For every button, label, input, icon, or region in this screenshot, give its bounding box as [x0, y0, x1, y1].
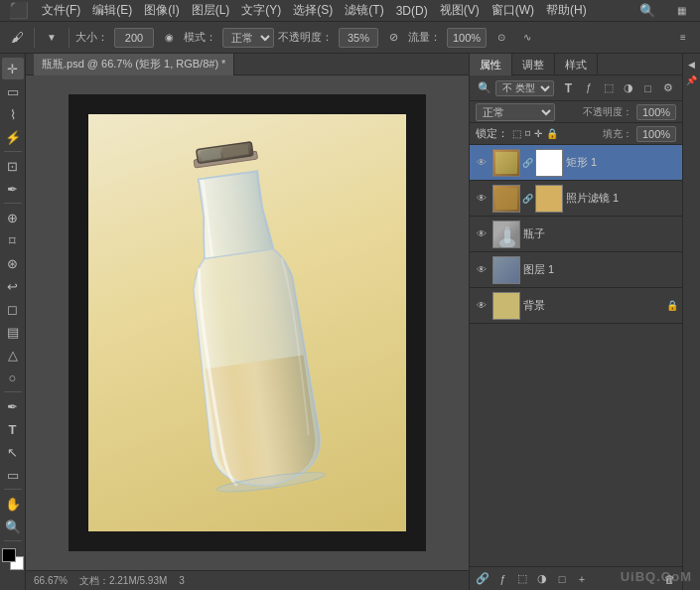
panel-settings-icon[interactable]: ⚙	[659, 79, 676, 97]
extra-settings-icon[interactable]: ≡	[672, 27, 694, 49]
separator-2	[69, 28, 70, 48]
zoom-tool[interactable]: 🔍	[2, 516, 24, 537]
layer-item-3[interactable]: 👁 图层 1	[470, 252, 682, 288]
layer-item-0[interactable]: 👁 🔗 矩形 1	[470, 145, 682, 181]
lock-all-icon[interactable]: 🔒	[546, 128, 558, 139]
brush-size-input[interactable]	[114, 28, 154, 48]
menu-text[interactable]: 文字(Y)	[241, 2, 281, 19]
add-link-btn[interactable]: 🔗	[474, 570, 491, 588]
menu-image[interactable]: 图像(I)	[144, 2, 179, 19]
menu-filter[interactable]: 滤镜(T)	[345, 2, 383, 19]
eraser-tool[interactable]: ◻	[2, 298, 24, 320]
tool-sep-1	[4, 151, 22, 152]
separator-1	[34, 28, 35, 48]
opacity-value-input[interactable]	[636, 104, 676, 120]
smoothing-icon[interactable]: ∿	[516, 27, 538, 49]
layer-visibility-2[interactable]: 👁	[474, 226, 490, 242]
opacity-label: 不透明度：	[583, 105, 632, 119]
workspace-icon[interactable]: ▦	[670, 0, 692, 22]
canvas-tab-bar: 瓶瓶.psd @ 66.7% (矩形 1, RGB/8#) *	[26, 54, 469, 75]
add-adjustment-btn[interactable]: ◑	[533, 570, 551, 588]
panel-mask-icon[interactable]: ⬚	[600, 79, 617, 97]
move-tool[interactable]: ✛	[2, 58, 24, 79]
zoom-level: 66.67%	[34, 575, 68, 586]
layer-thumb-0	[492, 149, 520, 177]
tablet-pressure-icon[interactable]: ⊙	[490, 27, 512, 49]
color-swatches[interactable]	[2, 548, 24, 570]
fill-value-input[interactable]	[636, 126, 676, 142]
dodge-tool[interactable]: ○	[2, 367, 24, 388]
healing-tool[interactable]: ⊕	[2, 207, 24, 228]
opacity-input[interactable]	[339, 28, 378, 48]
layer-thumb-4	[492, 292, 520, 320]
layer-blend-mode-select[interactable]: 正常	[476, 103, 555, 121]
panel-adjust-icon[interactable]: ◑	[620, 79, 636, 97]
airbrush-icon[interactable]: ⊘	[382, 27, 404, 49]
add-layer-btn[interactable]: +	[573, 570, 591, 588]
layer-item-2[interactable]: 👁 瓶子	[470, 217, 682, 252]
selection-tool[interactable]: ▭	[2, 80, 24, 102]
lock-image-icon[interactable]: ⌑	[525, 128, 530, 139]
panel-type-select[interactable]: 不 类型	[495, 80, 554, 96]
panel-text-icon[interactable]: T	[560, 79, 577, 97]
lasso-tool[interactable]: ⌇	[2, 103, 24, 125]
panel-fx-icon[interactable]: ƒ	[580, 79, 597, 97]
layer-visibility-4[interactable]: 👁	[474, 298, 490, 314]
brush-tool-icon[interactable]: 🖌	[6, 27, 28, 49]
panel-icons-row: 🔍 不 类型 T ƒ ⬚ ◑ □ ⚙	[470, 75, 682, 101]
layer-visibility-1[interactable]: 👁	[474, 191, 490, 207]
menu-window[interactable]: 窗口(W)	[491, 2, 534, 19]
tab-styles[interactable]: 样式	[555, 54, 598, 75]
menu-edit[interactable]: 编辑(E)	[92, 2, 132, 19]
layer-visibility-0[interactable]: 👁	[474, 155, 490, 171]
lock-position-icon[interactable]: ✛	[534, 128, 542, 139]
crop-tool[interactable]: ⊡	[2, 155, 24, 177]
text-tool[interactable]: T	[2, 418, 24, 440]
brush-tool[interactable]: ⌑	[2, 229, 24, 251]
shape-tool[interactable]: ▭	[2, 464, 24, 486]
menu-bar: ⬛ 文件(F) 编辑(E) 图像(I) 图层(L) 文字(Y) 选择(S) 滤镜…	[0, 0, 700, 22]
tab-properties[interactable]: 属性	[470, 54, 512, 75]
canvas-workspace[interactable]	[26, 75, 469, 570]
panel-group-icon[interactable]: □	[639, 79, 656, 97]
hand-tool[interactable]: ✋	[2, 493, 24, 515]
layer-item-1[interactable]: 👁 🔗 照片滤镜 1	[470, 181, 682, 217]
menu-file[interactable]: 文件(F)	[42, 2, 80, 19]
svg-rect-7	[505, 226, 509, 231]
canvas-tab-item[interactable]: 瓶瓶.psd @ 66.7% (矩形 1, RGB/8#) *	[34, 54, 234, 75]
narrow-pin-btn[interactable]: 📌	[685, 74, 699, 87]
layers-list: 👁 🔗 矩形 1 👁 🔗 照片滤镜 1 👁	[470, 145, 682, 566]
menu-3d[interactable]: 3D(D)	[396, 4, 428, 18]
layer-item-4[interactable]: 👁 背景 🔒	[470, 288, 682, 324]
history-brush[interactable]: ↩	[2, 275, 24, 297]
main-layout: ✛ ▭ ⌇ ⚡ ⊡ ✒ ⊕ ⌑ ⊛ ↩ ◻ ▤ △ ○ ✒ T ↖ ▭ ✋ 🔍 …	[0, 54, 700, 590]
pen-tool[interactable]: ✒	[2, 395, 24, 417]
brush-settings-icon[interactable]: ◉	[158, 27, 180, 49]
menu-select[interactable]: 选择(S)	[293, 2, 333, 19]
status-info: 文档：2.21M/5.93M	[79, 574, 167, 588]
narrow-collapse-btn[interactable]: ◀	[685, 58, 699, 72]
flow-input[interactable]	[447, 28, 487, 48]
menu-view[interactable]: 视图(V)	[440, 2, 480, 19]
clone-tool[interactable]: ⊛	[2, 252, 24, 274]
menu-layer[interactable]: 图层(L)	[192, 2, 230, 19]
eyedropper-tool[interactable]: ✒	[2, 178, 24, 200]
filter-icon[interactable]: 🔍	[476, 79, 492, 97]
foreground-color[interactable]	[2, 548, 16, 562]
add-effect-btn[interactable]: ƒ	[493, 570, 511, 588]
path-select-tool[interactable]: ↖	[2, 441, 24, 463]
layer-visibility-3[interactable]: 👁	[474, 262, 490, 278]
gradient-tool[interactable]: ▤	[2, 321, 24, 343]
add-mask-btn[interactable]: ⬚	[513, 570, 531, 588]
tool-preset-icon[interactable]: ▼	[41, 27, 63, 49]
menu-help[interactable]: 帮助(H)	[546, 2, 587, 19]
magic-wand-tool[interactable]: ⚡	[2, 126, 24, 148]
add-group-btn[interactable]: □	[553, 570, 571, 588]
lock-transparent-icon[interactable]: ⬚	[512, 128, 521, 139]
blend-mode-select[interactable]: 正常	[222, 28, 274, 48]
tab-adjustments[interactable]: 调整	[512, 54, 555, 75]
layer-name-4: 背景	[523, 298, 663, 313]
search-icon[interactable]: 🔍	[636, 0, 658, 22]
blur-tool[interactable]: △	[2, 344, 24, 366]
delete-layer-btn[interactable]: 🗑	[660, 570, 678, 588]
